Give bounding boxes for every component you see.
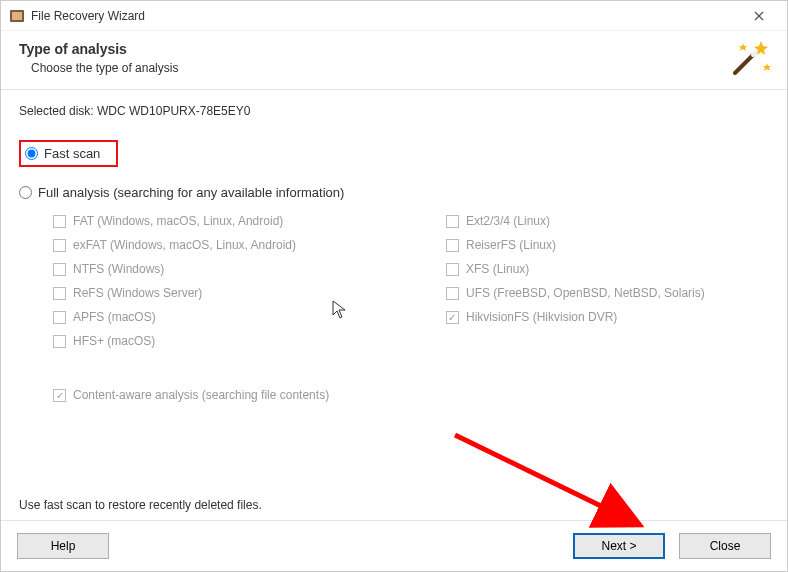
- fs-option-fat: FAT (Windows, macOS, Linux, Android): [53, 214, 296, 228]
- fs-checkbox-ext: [446, 215, 459, 228]
- fs-option-apfs: APFS (macOS): [53, 310, 296, 324]
- fs-label-refs: ReFS (Windows Server): [73, 286, 202, 300]
- full-analysis-radio[interactable]: [19, 186, 32, 199]
- full-analysis-option[interactable]: Full analysis (searching for any availab…: [19, 185, 769, 200]
- selected-disk-label: Selected disk:: [19, 104, 97, 118]
- close-button[interactable]: Close: [679, 533, 771, 559]
- fast-scan-label: Fast scan: [44, 146, 100, 161]
- page-title: Type of analysis: [19, 41, 769, 57]
- content-aware-checkbox: [53, 389, 66, 402]
- fast-scan-option[interactable]: Fast scan: [25, 146, 100, 161]
- svg-marker-5: [739, 43, 747, 51]
- fs-label-ext: Ext2/3/4 (Linux): [466, 214, 550, 228]
- selected-disk-line: Selected disk: WDC WD10PURX-78E5EY0: [19, 104, 769, 118]
- fs-option-ext: Ext2/3/4 (Linux): [446, 214, 705, 228]
- fs-checkbox-xfs: [446, 263, 459, 276]
- fs-checkbox-exfat: [53, 239, 66, 252]
- wizard-footer: Help Next > Close: [1, 520, 787, 571]
- fs-option-ufs: UFS (FreeBSD, OpenBSD, NetBSD, Solaris): [446, 286, 705, 300]
- filesystem-col-left: FAT (Windows, macOS, Linux, Android)exFA…: [53, 214, 296, 348]
- fs-option-hfs: HFS+ (macOS): [53, 334, 296, 348]
- fs-label-apfs: APFS (macOS): [73, 310, 156, 324]
- page-subtitle: Choose the type of analysis: [31, 61, 769, 75]
- window-title: File Recovery Wizard: [31, 9, 739, 23]
- filesystem-col-right: Ext2/3/4 (Linux)ReiserFS (Linux)XFS (Lin…: [446, 214, 705, 348]
- titlebar: File Recovery Wizard: [1, 1, 787, 31]
- fs-label-fat: FAT (Windows, macOS, Linux, Android): [73, 214, 283, 228]
- selected-disk-value: WDC WD10PURX-78E5EY0: [97, 104, 250, 118]
- fs-checkbox-ufs: [446, 287, 459, 300]
- fs-checkbox-reiser: [446, 239, 459, 252]
- fs-option-reiser: ReiserFS (Linux): [446, 238, 705, 252]
- fs-option-hikvision: HikvisionFS (Hikvision DVR): [446, 310, 705, 324]
- svg-rect-1: [12, 12, 22, 20]
- app-icon: [9, 8, 25, 24]
- fs-checkbox-hikvision: [446, 311, 459, 324]
- filesystem-grid: FAT (Windows, macOS, Linux, Android)exFA…: [53, 214, 769, 348]
- window-close-button[interactable]: [739, 2, 779, 30]
- fast-scan-radio[interactable]: [25, 147, 38, 160]
- full-analysis-label: Full analysis (searching for any availab…: [38, 185, 344, 200]
- content-aware-option: Content-aware analysis (searching file c…: [53, 388, 769, 402]
- wizard-content: Selected disk: WDC WD10PURX-78E5EY0 Fast…: [1, 90, 787, 520]
- fs-checkbox-apfs: [53, 311, 66, 324]
- fs-checkbox-fat: [53, 215, 66, 228]
- next-button[interactable]: Next >: [573, 533, 665, 559]
- fs-label-ntfs: NTFS (Windows): [73, 262, 164, 276]
- help-button[interactable]: Help: [17, 533, 109, 559]
- fs-option-refs: ReFS (Windows Server): [53, 286, 296, 300]
- fs-checkbox-ntfs: [53, 263, 66, 276]
- fs-label-reiser: ReiserFS (Linux): [466, 238, 556, 252]
- wizard-wand-icon: [723, 37, 771, 85]
- fs-label-hikvision: HikvisionFS (Hikvision DVR): [466, 310, 617, 324]
- fs-label-hfs: HFS+ (macOS): [73, 334, 155, 348]
- fs-label-xfs: XFS (Linux): [466, 262, 529, 276]
- fs-checkbox-refs: [53, 287, 66, 300]
- wizard-window: File Recovery Wizard Type of analysis Ch…: [0, 0, 788, 572]
- fs-option-xfs: XFS (Linux): [446, 262, 705, 276]
- fs-label-exfat: exFAT (Windows, macOS, Linux, Android): [73, 238, 296, 252]
- fs-option-exfat: exFAT (Windows, macOS, Linux, Android): [53, 238, 296, 252]
- svg-marker-6: [763, 63, 771, 71]
- hint-text: Use fast scan to restore recently delete…: [19, 480, 769, 512]
- fast-scan-highlight: Fast scan: [19, 140, 118, 167]
- fs-label-ufs: UFS (FreeBSD, OpenBSD, NetBSD, Solaris): [466, 286, 705, 300]
- fs-checkbox-hfs: [53, 335, 66, 348]
- wizard-header: Type of analysis Choose the type of anal…: [1, 31, 787, 90]
- content-aware-label: Content-aware analysis (searching file c…: [73, 388, 329, 402]
- close-icon: [754, 11, 764, 21]
- fs-option-ntfs: NTFS (Windows): [53, 262, 296, 276]
